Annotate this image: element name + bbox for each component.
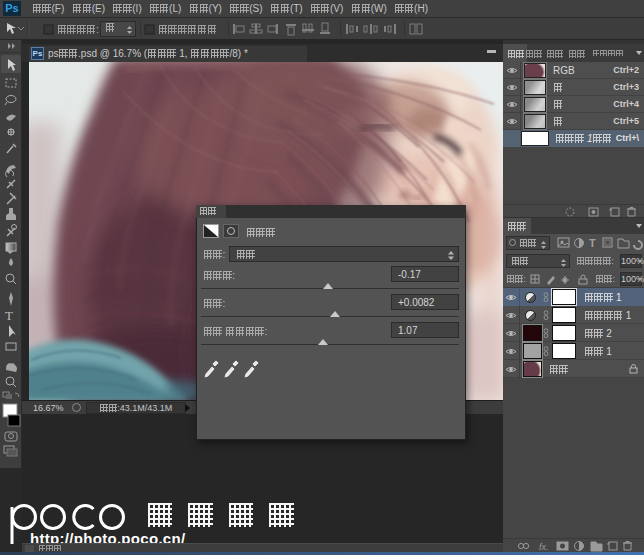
svg-text:T: T bbox=[5, 308, 13, 323]
svg-text:fx.: fx. bbox=[539, 542, 549, 552]
svg-text:T: T bbox=[589, 237, 596, 249]
